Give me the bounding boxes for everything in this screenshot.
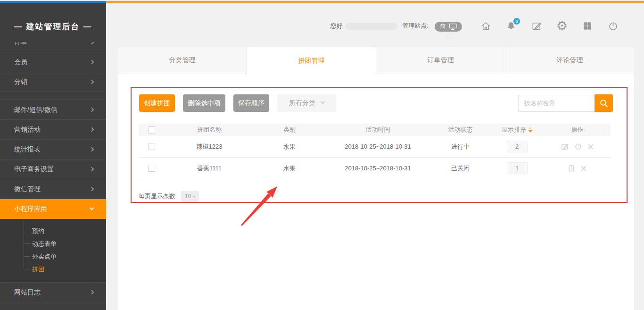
search-input[interactable] (518, 95, 594, 112)
site-label: 管理站点: (402, 22, 429, 30)
page-size-value: 10 (185, 193, 191, 200)
header-sort: 显示排序 (502, 126, 526, 134)
chevron-right-icon (90, 127, 94, 132)
language-pill-label-wrap: 体 (446, 33, 451, 41)
row-checkbox[interactable] (148, 143, 155, 150)
chevron-right-icon (90, 60, 94, 65)
row-checkbox[interactable] (148, 165, 155, 172)
table-header-row: 拼团名称 类别 活动时间 活动状态 显示排序 操作 (139, 124, 611, 136)
tab-bar: 分类管理 拼团管理 订单管理 评论管理 (118, 47, 634, 74)
sidebar-item-label: 网站日志 (14, 288, 41, 297)
sidebar-item-wechat-management[interactable]: 微信管理 (0, 179, 106, 199)
chevron-down-icon (90, 205, 94, 210)
tab-label: 评论管理 (557, 56, 583, 65)
power-icon[interactable] (574, 142, 582, 151)
sidebar-item-marketing[interactable]: 营销活动 (0, 120, 106, 140)
home-icon[interactable] (480, 20, 491, 32)
sidebar-subitem-booking[interactable]: 预约 (0, 225, 106, 237)
create-groupbuy-button[interactable]: 创建拼团 (139, 94, 175, 112)
cell-category: 水果 (254, 142, 325, 151)
sidebar-item-label: 营销活动 (14, 126, 41, 134)
sort-order-input[interactable]: 2 (507, 141, 528, 152)
tab-label: 订单管理 (428, 56, 454, 65)
language-pill[interactable]: 简 (435, 22, 462, 32)
toolbar: 创建拼团 删除选中项 保存顺序 所有分类 (139, 94, 613, 112)
header-category: 类别 (254, 126, 325, 134)
bell-icon[interactable]: 0 (505, 20, 517, 32)
sort-toggle[interactable] (528, 127, 532, 133)
chevron-right-icon (90, 42, 94, 44)
chevron-right-icon (90, 167, 94, 172)
header-name: 拼团名称 (165, 126, 254, 134)
clipboard-icon[interactable] (568, 164, 575, 172)
tab-label: 分类管理 (169, 56, 196, 65)
topbar: 您好 管理站点: 简 体 (330, 18, 619, 34)
cell-status: 已关闭 (431, 164, 490, 173)
chevron-right-icon (90, 290, 94, 295)
sidebar-menu: 订单 会员 分销 邮件/短信/微信 营销活动 统计报表 电 (0, 42, 106, 310)
chevron-right-icon (90, 80, 94, 84)
page-size-label: 每页显示条数 (139, 192, 175, 201)
save-order-button[interactable]: 保存顺序 (233, 94, 269, 112)
top-color-strip (0, 0, 644, 3)
close-icon[interactable] (587, 143, 594, 150)
cell-name: 辣椒1223 (165, 142, 254, 151)
sidebar-item-statistics[interactable]: 统计报表 (0, 140, 106, 159)
sidebar-item-label: 电子商务设置 (14, 165, 54, 174)
sidebar-subitem-takeout-order[interactable]: 外卖点单 (0, 250, 106, 263)
search-icon (599, 98, 609, 109)
search-group (518, 94, 613, 112)
select-all-checkbox[interactable] (148, 126, 155, 134)
sidebar-item-label: 邮件/短信/微信 (14, 106, 58, 114)
sort-order-input[interactable]: 1 (507, 162, 528, 174)
tab-groupbuy-management[interactable]: 拼团管理 (247, 47, 376, 74)
cell-name: 香蕉1111 (165, 164, 254, 173)
grid-icon[interactable] (582, 20, 593, 32)
table-row: 香蕉1111 水果 2018-10-25~2018-10-31 已关闭 1 (139, 158, 611, 179)
sidebar-item-label: 小程序应用 (14, 205, 47, 213)
monitor-icon (449, 23, 457, 30)
chevron-down-icon (321, 100, 325, 104)
sidebar-subitem-label: 预约 (32, 227, 44, 235)
gear-icon[interactable]: ⚙ (556, 20, 568, 32)
cell-status: 进行中 (431, 142, 490, 151)
page-size-select[interactable]: 10 (181, 191, 199, 202)
power-icon[interactable] (607, 20, 619, 32)
close-icon[interactable] (580, 165, 587, 172)
tab-label: 拼团管理 (298, 57, 325, 65)
cell-time: 2018-10-25~2018-10-31 (325, 165, 431, 172)
language-switch[interactable]: 简 体 (435, 22, 462, 41)
edit-icon[interactable] (531, 20, 542, 32)
delete-selected-button[interactable]: 删除选中项 (183, 94, 225, 112)
sidebar-item-ecommerce-settings[interactable]: 电子商务设置 (0, 159, 106, 179)
sidebar-item-members[interactable]: 会员 (0, 52, 106, 72)
sidebar-subitem-label: 动态表单 (32, 240, 57, 247)
sidebar-item-distribution[interactable]: 分销 (0, 72, 106, 92)
category-filter-label: 所有分类 (289, 99, 315, 108)
sidebar-subitem-dynamic-forms[interactable]: 动态表单 (0, 237, 106, 250)
main-area: 您好 管理站点: 简 体 (106, 3, 644, 310)
tab-order-management[interactable]: 订单管理 (376, 47, 505, 74)
sidebar-item-miniprogram-apps[interactable]: 小程序应用 (0, 199, 106, 219)
tab-comment-management[interactable]: 评论管理 (505, 47, 634, 74)
sidebar: — 建站管理后台 — 订单 会员 分销 邮件/短信/微信 营销活动 统计报表 (0, 3, 106, 310)
search-button[interactable] (594, 94, 613, 112)
sidebar-subitem-group-buy[interactable]: 拼团 (0, 263, 106, 276)
sidebar-item-mail-sms-wechat[interactable]: 邮件/短信/微信 (0, 100, 106, 120)
tab-category-management[interactable]: 分类管理 (118, 47, 247, 74)
top-strip-blue (0, 1, 106, 3)
header-actions: 操作 (544, 126, 611, 134)
sidebar-item-orders[interactable]: 订单 (0, 42, 106, 52)
language-pill-label: 简 (440, 23, 446, 31)
edit-icon[interactable] (561, 142, 569, 151)
sidebar-item-site-logs[interactable]: 网站日志 (0, 283, 106, 302)
sidebar-item-label: 微信管理 (14, 185, 41, 193)
sidebar-subitem-label: 拼团 (32, 266, 44, 273)
sidebar-group: 邮件/短信/微信 营销活动 统计报表 电子商务设置 微信管理 小程序应用 (0, 100, 106, 302)
page-size-control: 每页显示条数 10 (139, 191, 199, 202)
sidebar-item-label: 分销 (14, 78, 27, 86)
cell-time: 2018-10-25~2018-10-31 (325, 143, 431, 150)
sidebar-submenu: 预约 动态表单 外卖点单 拼团 (0, 219, 106, 283)
category-filter-dropdown[interactable]: 所有分类 (277, 94, 336, 112)
app-title: — 建站管理后台 — (0, 21, 106, 32)
